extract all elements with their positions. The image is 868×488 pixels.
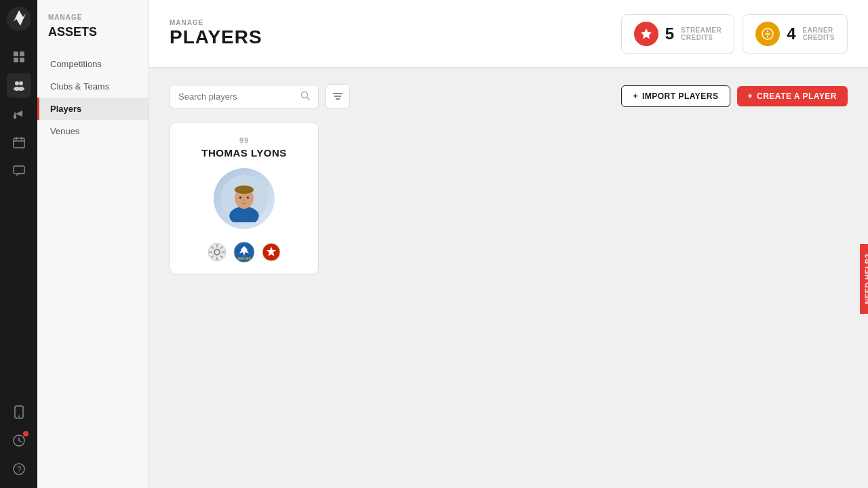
svg-point-7	[19, 81, 23, 85]
team-icon-eagles: EAGLES	[233, 241, 255, 263]
svg-rect-11	[14, 138, 24, 148]
app-logo[interactable]	[7, 7, 31, 31]
svg-point-34	[243, 199, 245, 201]
content-toolbar: + IMPORT PLAYERS + CREATE A PLAYER	[170, 84, 848, 108]
sidebar-item-players[interactable]: Players	[37, 98, 149, 120]
earner-credit-count: 4	[787, 24, 795, 43]
create-button-label: CREATE A PLAYER	[757, 92, 837, 101]
topbar-title: PLAYERS	[170, 26, 262, 48]
player-number: 99	[239, 136, 249, 144]
player-team-icons: EAGLES	[206, 241, 282, 263]
sidebar-title: ASSETS	[37, 25, 149, 53]
search-icon	[300, 91, 310, 102]
team-icon-badge	[260, 241, 282, 263]
nav-icon-activity-wrap	[7, 428, 31, 453]
nav-icon-mobile[interactable]	[7, 400, 31, 424]
sidebar-item-venues[interactable]: Venues	[37, 120, 149, 142]
svg-point-32	[239, 197, 241, 199]
streamer-credits-badge: 5 STREAMER CREDITS	[621, 14, 734, 54]
filter-button[interactable]	[326, 84, 350, 108]
topbar-manage-label: MANAGE	[170, 19, 262, 26]
icon-nav-bottom: ?	[7, 400, 31, 481]
earner-credits-badge: 4 EARNER CREDITS	[743, 14, 848, 54]
topbar-credits: 5 STREAMER CREDITS 4 EARNER CREDITS	[621, 14, 848, 54]
notification-dot	[23, 431, 28, 436]
sidebar: MANAGE ASSETS Competitions Clubs & Teams…	[37, 0, 149, 488]
toolbar-right: + IMPORT PLAYERS + CREATE A PLAYER	[621, 85, 848, 107]
content-area: + IMPORT PLAYERS + CREATE A PLAYER 99 TH…	[149, 68, 868, 488]
svg-point-31	[235, 186, 254, 194]
svg-rect-2	[14, 52, 18, 56]
import-button-label: IMPORT PLAYERS	[642, 92, 719, 101]
svg-point-17	[18, 415, 20, 417]
search-input[interactable]	[178, 92, 295, 102]
need-help-button[interactable]: Need Help?	[860, 244, 868, 314]
nav-icon-megaphone[interactable]	[7, 102, 31, 126]
earner-credit-labels: EARNER CREDITS	[803, 26, 835, 41]
streamer-credit-label-top: STREAMER	[681, 26, 722, 34]
svg-rect-10	[14, 115, 16, 119]
earner-credit-label-top: EARNER	[803, 26, 835, 34]
svg-rect-4	[14, 58, 18, 62]
player-name: THOMAS LYONS	[201, 147, 286, 159]
svg-text:EAGLES: EAGLES	[238, 257, 250, 260]
svg-point-6	[15, 81, 19, 85]
create-plus-icon: +	[748, 92, 753, 101]
toolbar-left	[170, 84, 350, 108]
sidebar-nav: Competitions Clubs & Teams Players Venue…	[37, 53, 149, 142]
main-content: MANAGE PLAYERS 5 STREAMER CREDITS	[149, 0, 868, 488]
svg-line-23	[307, 97, 310, 100]
nav-icon-help[interactable]: ?	[7, 457, 31, 481]
sidebar-section-label: MANAGE	[37, 14, 149, 25]
player-card[interactable]: 99 THOMAS LYONS	[170, 122, 319, 274]
nav-icon-people[interactable]	[7, 73, 31, 98]
svg-point-33	[247, 197, 249, 199]
svg-point-37	[215, 250, 219, 254]
nav-icon-calendar[interactable]	[7, 130, 31, 155]
streamer-credit-labels: STREAMER CREDITS	[681, 26, 722, 41]
nav-icon-dashboard[interactable]	[7, 45, 31, 69]
earner-credit-icon	[755, 22, 780, 46]
nav-icon-chat[interactable]	[7, 159, 31, 183]
svg-rect-3	[20, 52, 24, 56]
svg-text:?: ?	[17, 465, 22, 474]
earner-credit-label-bottom: CREDITS	[803, 34, 835, 41]
topbar-title-area: MANAGE PLAYERS	[170, 19, 262, 48]
sidebar-item-competitions[interactable]: Competitions	[37, 53, 149, 75]
icon-nav: ?	[0, 0, 37, 488]
svg-point-9	[18, 87, 24, 91]
streamer-credit-label-bottom: CREDITS	[681, 34, 722, 41]
topbar: MANAGE PLAYERS 5 STREAMER CREDITS	[149, 0, 868, 68]
create-player-button[interactable]: + CREATE A PLAYER	[737, 86, 848, 106]
svg-rect-5	[20, 58, 24, 62]
sidebar-item-clubs-teams[interactable]: Clubs & Teams	[37, 75, 149, 98]
svg-rect-15	[14, 166, 24, 174]
search-box[interactable]	[170, 85, 319, 108]
player-avatar	[214, 168, 275, 229]
players-grid: 99 THOMAS LYONS	[170, 122, 848, 274]
import-plus-icon: +	[633, 92, 638, 101]
streamer-credit-count: 5	[665, 24, 674, 43]
import-players-button[interactable]: + IMPORT PLAYERS	[621, 85, 730, 107]
streamer-credit-icon	[634, 22, 658, 46]
team-icon-gear	[206, 241, 228, 263]
